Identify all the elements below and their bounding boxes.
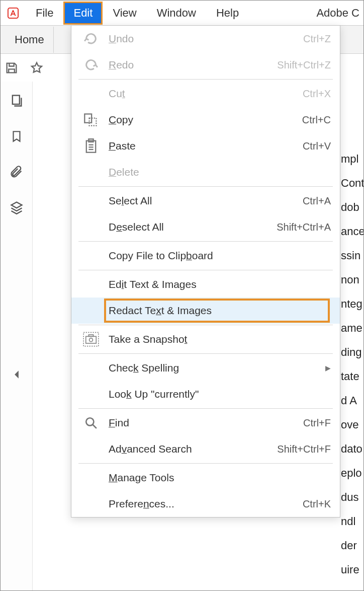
menu-label: Check Spelling (109, 362, 179, 374)
attachment-icon[interactable] (10, 165, 24, 179)
menu-deselect-all[interactable]: Deselect All Shift+Ctrl+A (71, 214, 340, 240)
menu-label: Delete (109, 166, 139, 178)
shortcut: Shift+Ctrl+A (277, 221, 331, 233)
separator (78, 408, 333, 409)
shortcut: Shift+Ctrl+F (277, 444, 331, 455)
menu-label: Preferences... (109, 498, 174, 510)
svg-line-14 (93, 424, 97, 428)
separator (78, 325, 333, 325)
menu-label: Deselect All (109, 221, 164, 233)
copy-icon (78, 113, 104, 127)
menu-file[interactable]: File (26, 2, 63, 25)
menu-window[interactable]: Window (147, 2, 206, 25)
menu-manage-tools[interactable]: Manage Tools (71, 465, 340, 491)
menu-paste[interactable]: Paste Ctrl+V (71, 133, 340, 159)
menu-label: Select All (109, 195, 152, 207)
menu-label: Look Up "currently" (109, 388, 199, 400)
star-icon[interactable] (30, 61, 44, 75)
menu-cut: Cut Ctrl+X (71, 81, 340, 107)
menu-advanced-search[interactable]: Advanced Search Shift+Ctrl+F (71, 436, 340, 462)
redo-icon (78, 59, 104, 71)
menu-undo: Undo Ctrl+Z (71, 26, 340, 52)
left-sidebar (1, 82, 33, 590)
search-icon (78, 416, 104, 429)
undo-icon (78, 33, 104, 45)
layers-icon[interactable] (10, 200, 24, 214)
menu-label: Paste (109, 140, 136, 152)
menu-label: Take a Snapshot (109, 333, 187, 345)
svg-point-11 (89, 338, 93, 342)
shortcut: Ctrl+Z (303, 33, 331, 45)
app-icon (8, 8, 19, 19)
menu-copy-file-clipboard[interactable]: Copy File to Clipboard (71, 243, 340, 269)
shortcut: Ctrl+A (303, 195, 331, 207)
separator (78, 270, 333, 270)
menu-check-spelling[interactable]: Check Spelling ▶ (71, 355, 340, 381)
shortcut: Ctrl+C (302, 114, 331, 126)
menu-preferences[interactable]: Preferences... Ctrl+K (71, 491, 340, 517)
menu-label: Cut (109, 88, 125, 100)
save-icon[interactable] (5, 61, 19, 75)
paste-icon (78, 138, 104, 154)
menu-look-up[interactable]: Look Up "currently" (71, 381, 340, 407)
menu-help[interactable]: Help (206, 2, 249, 25)
menu-select-all[interactable]: Select All Ctrl+A (71, 188, 340, 214)
menu-label: Advanced Search (109, 443, 192, 455)
menu-edit[interactable]: Edit (63, 2, 103, 25)
adobe-cloud-link[interactable]: Adobe C (316, 7, 359, 20)
menu-label: Redo (109, 59, 134, 71)
menubar: File Edit View Window Help Adobe C (1, 1, 363, 26)
separator (78, 463, 333, 464)
menu-redo: Redo Shift+Ctrl+Z (71, 52, 340, 78)
menu-label: Edit Text & Images (109, 278, 197, 290)
svg-rect-2 (84, 114, 92, 122)
menu-redact-text-images[interactable]: Redact Text & Images (71, 298, 340, 324)
svg-rect-10 (86, 336, 97, 343)
menu-label: Copy (109, 114, 133, 126)
shortcut: Ctrl+X (303, 88, 331, 100)
pages-panel-icon[interactable] (10, 94, 24, 108)
shortcut: Ctrl+K (303, 498, 331, 510)
camera-icon (78, 332, 104, 347)
separator (78, 79, 333, 80)
separator (78, 241, 333, 242)
menu-label: Manage Tools (109, 472, 174, 484)
menu-label: Undo (109, 33, 134, 45)
submenu-arrow-icon: ▶ (325, 364, 331, 372)
svg-rect-0 (8, 8, 18, 18)
menu-delete: Delete (71, 159, 340, 185)
menu-find[interactable]: Find Ctrl+F (71, 410, 340, 436)
menu-take-snapshot[interactable]: Take a Snapshot (71, 326, 340, 352)
svg-rect-1 (12, 96, 19, 105)
shortcut: Ctrl+F (303, 417, 331, 429)
svg-rect-12 (88, 335, 93, 336)
menu-label: Redact Text & Images (109, 305, 212, 317)
menu-view[interactable]: View (103, 2, 146, 25)
menu-label: Find (109, 417, 129, 429)
shortcut: Ctrl+V (303, 140, 331, 152)
edit-menu-dropdown: Undo Ctrl+Z Redo Shift+Ctrl+Z Cut Ctrl+X… (71, 25, 340, 518)
separator (78, 353, 333, 354)
collapse-sidebar-icon[interactable] (13, 370, 20, 379)
menu-copy[interactable]: Copy Ctrl+C (71, 107, 340, 133)
separator (78, 186, 333, 187)
menu-edit-text-images[interactable]: Edit Text & Images (71, 271, 340, 298)
menu-label: Copy File to Clipboard (109, 250, 213, 262)
document-text-fragment: mpl Contdob ancessin nonnteg ameding tat… (341, 147, 363, 582)
bookmark-icon[interactable] (10, 129, 23, 144)
svg-point-13 (86, 418, 94, 425)
shortcut: Shift+Ctrl+Z (277, 59, 331, 71)
tab-home[interactable]: Home (6, 27, 54, 53)
svg-rect-3 (89, 118, 97, 126)
